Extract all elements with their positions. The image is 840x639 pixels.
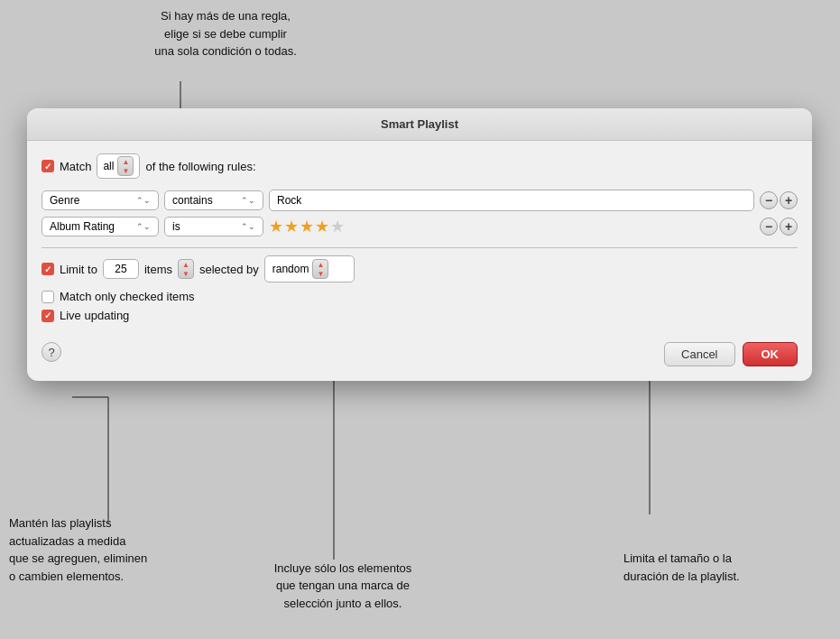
rule2-field-dropdown[interactable]: Album Rating ⌃⌄	[42, 217, 159, 236]
rule2-operator-dropdown[interactable]: is ⌃⌄	[164, 217, 263, 236]
annotation-bottom-left: Mantén las playlists actualizadas a medi…	[9, 514, 208, 585]
help-button[interactable]: ?	[42, 342, 61, 362]
annotation-top: Si hay más de una regla, elige si se deb…	[126, 7, 325, 60]
match-checkbox[interactable]	[42, 160, 54, 172]
live-updating-row: Live updating	[42, 309, 798, 322]
star-2[interactable]: ★	[284, 217, 299, 236]
rule1-remove-btn[interactable]: −	[760, 191, 778, 209]
rule2-stars-input[interactable]: ★ ★ ★ ★ ★	[269, 217, 754, 236]
live-updating-label: Live updating	[60, 309, 129, 322]
ok-button[interactable]: OK	[743, 342, 798, 366]
limit-value-input[interactable]	[103, 259, 139, 279]
star-1[interactable]: ★	[269, 217, 283, 236]
star-4[interactable]: ★	[315, 217, 329, 236]
match-all-dropdown[interactable]: all ▲ ▼	[97, 153, 140, 179]
separator-1	[42, 247, 798, 248]
rule1-operator-dropdown[interactable]: contains ⌃⌄	[164, 190, 263, 210]
match-only-label: Match only checked items	[60, 290, 195, 303]
rule1-field-dropdown[interactable]: Genre ⌃⌄	[42, 190, 159, 210]
limit-unit-stepper[interactable]: ▲ ▼	[178, 259, 194, 279]
rules-section: Genre ⌃⌄ contains ⌃⌄ − +	[42, 190, 798, 236]
rule2-remove-btn[interactable]: −	[760, 218, 778, 236]
rule2-add-remove: − +	[760, 218, 798, 236]
selected-by-dropdown[interactable]: random ▲ ▼	[264, 255, 355, 282]
annotation-bottom-mid: Incluye sólo los elementos que tengan un…	[253, 560, 433, 613]
match-label: Match	[60, 160, 91, 173]
match-suffix: of the following rules:	[145, 160, 255, 173]
annotation-bottom-right: Limita el tamaño o la duración de la pla…	[623, 550, 813, 585]
dialog-title: Smart Playlist	[27, 108, 812, 141]
match-only-checkbox[interactable]	[42, 291, 54, 303]
cancel-button[interactable]: Cancel	[664, 342, 734, 366]
rule2-add-btn[interactable]: +	[780, 218, 798, 236]
limit-checkbox[interactable]	[42, 263, 54, 275]
match-row: Match all ▲ ▼ of the following rules:	[42, 153, 798, 179]
rule-row-2: Album Rating ⌃⌄ is ⌃⌄ ★ ★ ★ ★ ★	[42, 217, 798, 236]
limit-row: Limit to items ▲ ▼ selected by random ▲ …	[42, 255, 798, 282]
limit-unit: items	[144, 263, 172, 276]
rule1-value-input[interactable]	[269, 190, 754, 211]
selected-by-stepper[interactable]: ▲ ▼	[312, 259, 328, 279]
star-5[interactable]: ★	[330, 217, 345, 236]
rule-row-1: Genre ⌃⌄ contains ⌃⌄ − +	[42, 190, 798, 211]
rule1-add-btn[interactable]: +	[780, 191, 798, 209]
selected-by-label: selected by	[199, 263, 259, 276]
smart-playlist-dialog: Smart Playlist Match all ▲ ▼ of the foll…	[27, 108, 812, 381]
limit-label: Limit to	[60, 263, 97, 276]
live-updating-checkbox[interactable]	[42, 310, 54, 322]
buttons-row: ? Cancel OK	[42, 335, 798, 366]
rule1-add-remove: − +	[760, 191, 798, 209]
match-only-row: Match only checked items	[42, 290, 798, 303]
star-3[interactable]: ★	[300, 217, 314, 236]
match-stepper[interactable]: ▲ ▼	[117, 156, 134, 176]
